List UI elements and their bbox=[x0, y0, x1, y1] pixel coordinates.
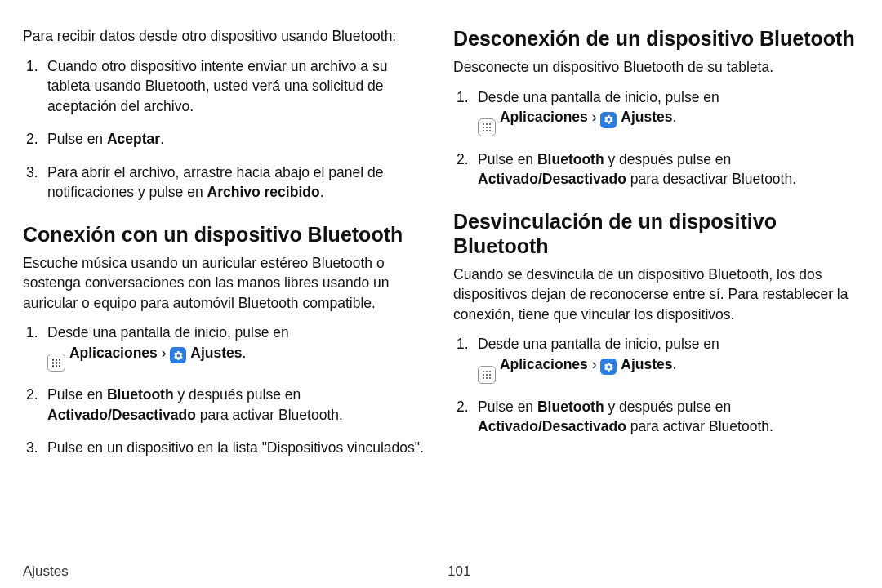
step-text-post: . bbox=[160, 131, 164, 147]
list-item: Desde una pantalla de inicio, pulse en A… bbox=[453, 334, 859, 383]
step-text-post: . bbox=[673, 109, 677, 125]
gear-icon bbox=[170, 347, 186, 363]
step-text-bold: Aceptar bbox=[107, 131, 160, 147]
apps-label: Aplicaciones bbox=[69, 345, 158, 361]
step-text: Cuando otro dispositivo intente enviar u… bbox=[47, 58, 387, 114]
heading-connect: Conexión con un dispositivo Bluetooth bbox=[23, 222, 429, 247]
list-item: Para abrir el archivo, arrastre hacia ab… bbox=[23, 163, 429, 203]
step-text: y después pulse en bbox=[174, 386, 301, 403]
apps-label: Aplicaciones bbox=[500, 109, 588, 125]
heading-unpair: Desvinculación de un dispositivo Bluetoo… bbox=[453, 209, 859, 258]
list-item: Pulse en Bluetooth y después pulse en Ac… bbox=[453, 149, 859, 189]
footer-page-number: 101 bbox=[448, 564, 470, 580]
disconnect-paragraph: Desconecte un dispositivo Bluetooth de s… bbox=[453, 57, 859, 78]
step-text-bold: Bluetooth bbox=[537, 151, 604, 167]
step-text: Pulse en bbox=[478, 399, 537, 415]
column-left: Para recibir datos desde otro dispositiv… bbox=[23, 26, 429, 580]
list-item: Desde una pantalla de inicio, pulse en A… bbox=[23, 323, 429, 372]
step-text-bold: Activado/Desactivado bbox=[478, 418, 626, 434]
step-text: para activar Bluetooth. bbox=[626, 418, 773, 434]
apps-icon bbox=[478, 118, 496, 136]
disconnect-steps-list: Desde una pantalla de inicio, pulse en A… bbox=[453, 87, 859, 189]
step-text: para desactivar Bluetooth. bbox=[626, 171, 796, 187]
apps-icon bbox=[478, 366, 496, 384]
step-text-post: . bbox=[673, 356, 677, 372]
settings-label: Ajustes bbox=[190, 345, 242, 361]
receive-steps-list: Cuando otro dispositivo intente enviar u… bbox=[23, 56, 429, 203]
connect-steps-list: Desde una pantalla de inicio, pulse en A… bbox=[23, 323, 429, 458]
step-text-pre: Pulse en bbox=[47, 131, 107, 147]
heading-disconnect: Desconexión de un dispositivo Bluetooth bbox=[453, 26, 859, 51]
unpair-paragraph: Cuando se desvincula de un dispositivo B… bbox=[453, 265, 859, 325]
apps-icon bbox=[47, 354, 65, 372]
gear-icon bbox=[600, 112, 617, 128]
settings-label: Ajustes bbox=[621, 109, 672, 125]
step-text-pre: Desde una pantalla de inicio, pulse en bbox=[47, 324, 289, 341]
step-text-bold: Activado/Desactivado bbox=[478, 171, 626, 187]
step-text: Pulse en bbox=[478, 151, 537, 167]
step-text: Pulse en bbox=[47, 386, 107, 403]
step-text: para activar Bluetooth. bbox=[196, 407, 343, 423]
path-separator: › bbox=[588, 356, 601, 372]
step-text: y después pulse en bbox=[604, 151, 732, 167]
step-text-pre: Desde una pantalla de inicio, pulse en bbox=[478, 89, 719, 105]
list-item: Desde una pantalla de inicio, pulse en A… bbox=[453, 87, 859, 136]
list-item: Pulse en Bluetooth y después pulse en Ac… bbox=[453, 397, 859, 437]
intro-paragraph: Para recibir datos desde otro dispositiv… bbox=[23, 26, 429, 47]
list-item: Cuando otro dispositivo intente enviar u… bbox=[23, 56, 429, 117]
unpair-steps-list: Desde una pantalla de inicio, pulse en A… bbox=[453, 334, 859, 436]
gear-icon bbox=[600, 359, 617, 375]
apps-label: Aplicaciones bbox=[500, 356, 588, 372]
step-text: y después pulse en bbox=[604, 399, 732, 415]
footer-section-label: Ajustes bbox=[23, 564, 69, 579]
step-text: Pulse en un dispositivo en la lista "Dis… bbox=[47, 439, 424, 456]
list-item: Pulse en Aceptar. bbox=[23, 129, 429, 149]
list-item: Pulse en Bluetooth y después pulse en Ac… bbox=[23, 385, 429, 425]
step-text-bold: Archivo recibido bbox=[207, 184, 320, 200]
page: Para recibir datos desde otro dispositiv… bbox=[0, 0, 882, 588]
settings-label: Ajustes bbox=[621, 356, 672, 372]
connect-paragraph: Escuche música usando un auricular estér… bbox=[23, 253, 429, 314]
step-text-bold: Bluetooth bbox=[107, 386, 174, 403]
step-text-bold: Activado/Desactivado bbox=[47, 407, 196, 423]
step-text-post: . bbox=[243, 345, 247, 361]
column-right: Desconexión de un dispositivo Bluetooth … bbox=[453, 26, 859, 580]
step-text-pre: Desde una pantalla de inicio, pulse en bbox=[478, 336, 719, 352]
page-footer: Ajustes 101 bbox=[23, 564, 859, 580]
step-text-bold: Bluetooth bbox=[537, 399, 604, 415]
path-separator: › bbox=[588, 109, 601, 125]
path-separator: › bbox=[158, 345, 171, 361]
step-text-post: . bbox=[320, 184, 324, 200]
list-item: Pulse en un dispositivo en la lista "Dis… bbox=[23, 438, 429, 458]
